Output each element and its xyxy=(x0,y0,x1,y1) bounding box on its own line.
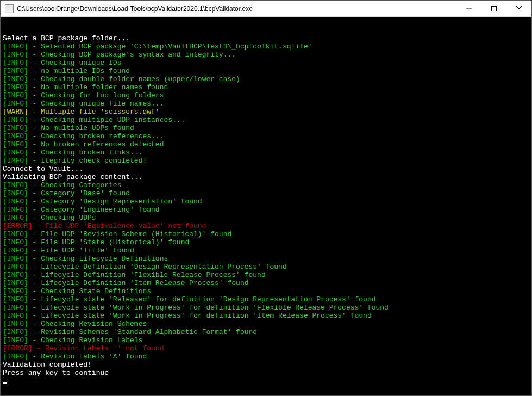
log-message: - No broken references detected xyxy=(28,140,164,148)
log-message: - Checking Revision Labels xyxy=(28,336,143,344)
log-message: - File UDP 'Revision Scheme (Historical)… xyxy=(28,230,231,238)
log-message: - Checking double folder names (upper/lo… xyxy=(28,75,240,83)
log-level-info: [INFO] xyxy=(3,124,28,132)
log-level-error: [ERROR] xyxy=(3,222,33,230)
log-message: - Checking broken links... xyxy=(28,148,143,157)
log-level-info: [INFO] xyxy=(3,271,28,279)
console-line: [INFO] - Revision Schemes 'Standard Alph… xyxy=(3,328,529,336)
log-level-info: [INFO] xyxy=(3,148,28,157)
app-window: C:\Users\coolOrange\Downloads\Load-Tools… xyxy=(0,0,532,396)
log-level-info: [INFO] xyxy=(3,116,28,124)
console-text: Press any key to continue xyxy=(3,369,109,377)
log-level-info: [INFO] xyxy=(3,255,28,263)
log-level-info: [INFO] xyxy=(3,230,28,238)
log-message: - Checking unique file names... xyxy=(28,100,164,108)
log-message: - Selected BCP package 'C:\temp\VaultBCP… xyxy=(28,42,312,51)
log-level-info: [INFO] xyxy=(3,51,28,59)
console-line: [INFO] - Checking Lifecycle Definitions xyxy=(3,255,529,263)
log-level-info: [INFO] xyxy=(3,75,28,83)
console-text: Validating BCP package content... xyxy=(3,173,142,181)
log-level-info: [INFO] xyxy=(3,59,28,67)
console-line: Select a BCP package folder... xyxy=(3,34,529,42)
console-line: Validating BCP package content... xyxy=(3,173,529,181)
console-line: [INFO] - No broken references detected xyxy=(3,140,529,148)
console-line: [INFO] - Checking Revision Labels xyxy=(3,336,529,344)
console-line: [INFO] - no multiple IDs found xyxy=(3,67,529,75)
log-level-info: [INFO] xyxy=(3,42,28,51)
console-line: [INFO] - Itegrity check completed! xyxy=(3,157,529,165)
log-message: - Checking State Definitions xyxy=(28,287,151,295)
log-message: - Lifecycle Definition 'Design Represent… xyxy=(28,263,287,271)
console-line: [WARN] - Multiple file 'scissors.dwf' xyxy=(3,108,529,116)
log-message: - Category 'Design Representation' found xyxy=(28,197,202,206)
console-line: [INFO] - Lifecycle Definition 'Design Re… xyxy=(3,263,529,271)
log-message: - Revision Labels 'A' found xyxy=(28,352,147,361)
log-message: - Category 'Engineering' found xyxy=(28,206,160,214)
log-level-error: [ERROR] xyxy=(3,344,33,352)
console-output: Select a BCP package folder...[INFO] - S… xyxy=(1,17,531,395)
titlebar-buttons xyxy=(456,1,531,16)
log-level-info: [INFO] xyxy=(3,189,28,197)
log-message: - Lifecycle state 'Work in Progress' for… xyxy=(28,312,372,320)
log-message: - No multiple folder names found xyxy=(28,83,168,91)
log-level-info: [INFO] xyxy=(3,352,28,361)
console-line: [INFO] - File UDP 'Revision Scheme (Hist… xyxy=(3,230,529,238)
log-message: - Itegrity check completed! xyxy=(28,157,147,165)
console-line: [INFO] - Checking UDPs xyxy=(3,214,529,222)
console-line: [INFO] - No multiple UDPs found xyxy=(3,124,529,132)
console-line: [ERROR] - File UDP 'Equivalence Value' n… xyxy=(3,222,529,230)
log-level-info: [INFO] xyxy=(3,295,28,304)
log-message: - Checking multiple UDP instances... xyxy=(28,116,185,124)
cursor-line xyxy=(3,377,529,385)
log-level-info: [INFO] xyxy=(3,214,28,222)
console-line: [INFO] - File UDP 'Title' found xyxy=(3,246,529,255)
console-line: [INFO] - Lifecycle Definition 'Item Rele… xyxy=(3,279,529,287)
log-level-info: [INFO] xyxy=(3,279,28,287)
console-line: [INFO] - Lifecycle state 'Work in Progre… xyxy=(3,304,529,312)
close-icon xyxy=(516,6,522,11)
console-line: [INFO] - Checking BCP package's syntax a… xyxy=(3,51,529,59)
log-level-info: [INFO] xyxy=(3,312,28,320)
log-message: - Checking UDPs xyxy=(28,214,96,222)
log-message: - Lifecycle Definition 'Flexible Release… xyxy=(28,271,266,279)
console-line: Validation completed! xyxy=(3,361,529,369)
log-level-info: [INFO] xyxy=(3,132,28,140)
console-line: [INFO] - Category 'Base' found xyxy=(3,189,529,197)
console-line: [INFO] - Lifecycle state 'Work in Progre… xyxy=(3,312,529,320)
minimize-button[interactable] xyxy=(456,1,481,16)
console-line: Press any key to continue xyxy=(3,369,529,377)
log-level-info: [INFO] xyxy=(3,197,28,206)
console-line: [INFO] - Category 'Design Representation… xyxy=(3,197,529,206)
log-level-info: [INFO] xyxy=(3,67,28,75)
log-message: - Lifecycle state 'Work in Progress' for… xyxy=(28,304,389,312)
log-message: - File UDP 'State (Historical)' found xyxy=(28,238,189,246)
console-text: Select a BCP package folder... xyxy=(3,34,130,42)
log-message: - Checking Lifecycle Definitions xyxy=(28,255,168,263)
log-message: - Revision Labels '' not found xyxy=(33,344,164,352)
log-level-info: [INFO] xyxy=(3,181,28,189)
log-level-info: [INFO] xyxy=(3,100,28,108)
console-line: [INFO] - Revision Labels 'A' found xyxy=(3,352,529,361)
console-line: [INFO] - Lifecycle state 'Released' for … xyxy=(3,295,529,304)
console-line: [INFO] - Selected BCP package 'C:\temp\V… xyxy=(3,42,529,51)
log-message: - No multiple UDPs found xyxy=(28,124,134,132)
console-line: [INFO] - Checking unique IDs xyxy=(3,59,529,67)
console-line: [INFO] - Lifecycle Definition 'Flexible … xyxy=(3,271,529,279)
console-text: Connect to Vault... xyxy=(3,165,83,173)
close-button[interactable] xyxy=(506,1,531,16)
console-line: [INFO] - No multiple folder names found xyxy=(3,83,529,91)
titlebar[interactable]: C:\Users\coolOrange\Downloads\Load-Tools… xyxy=(1,1,531,17)
console-line: [INFO] - Checking multiple UDP instances… xyxy=(3,116,529,124)
log-message: - Category 'Base' found xyxy=(28,189,130,197)
log-level-info: [INFO] xyxy=(3,140,28,148)
log-message: - Lifecycle state 'Released' for definit… xyxy=(28,295,376,304)
log-message: - File UDP 'Equivalence Value' not found xyxy=(33,222,206,230)
console-line: [INFO] - Checking unique file names... xyxy=(3,100,529,108)
maximize-icon xyxy=(491,6,497,11)
maximize-button[interactable] xyxy=(481,1,506,16)
console-line: [INFO] - Checking Categories xyxy=(3,181,529,189)
log-level-info: [INFO] xyxy=(3,83,28,91)
app-icon xyxy=(5,4,14,13)
log-level-info: [INFO] xyxy=(3,246,28,255)
log-level-info: [INFO] xyxy=(3,287,28,295)
